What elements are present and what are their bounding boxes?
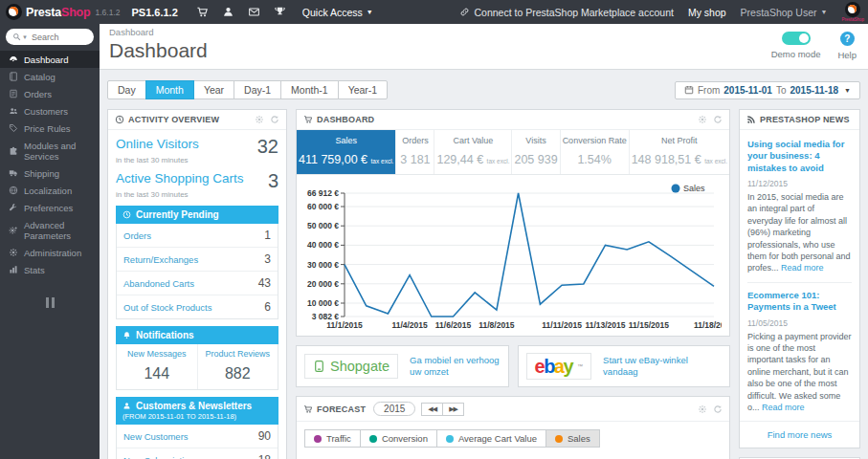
globe-icon: [9, 186, 18, 195]
range-year-1-button[interactable]: Year-1: [338, 80, 389, 99]
prestashop-logo[interactable]: PrestaShop 1.6.1.2: [0, 4, 125, 20]
svg-text:11/18/2015: 11/18/2015: [694, 320, 722, 330]
cart-notifications-icon[interactable]: [189, 6, 215, 18]
truck-icon: [9, 168, 18, 178]
kpi-tab-orders[interactable]: Orders 3 181: [395, 130, 434, 174]
phone-icon: [313, 358, 325, 375]
breadcrumb[interactable]: Dashboard: [109, 27, 208, 37]
forecast-legend: Traffic Conversion Average Cart Value Sa…: [304, 429, 600, 448]
find-more-news-link[interactable]: Find more news: [740, 421, 859, 448]
caret-down-icon: ▼: [844, 87, 851, 94]
date-range-button[interactable]: From 2015-11-01 To 2015-11-18 ▼: [675, 81, 860, 99]
sales-dot-icon: [555, 435, 563, 443]
sidebar-menu: Dashboard Catalog Orders Customers Price…: [0, 51, 100, 278]
read-more-link[interactable]: Read more: [781, 263, 824, 273]
kpi-tab-conversion-rate[interactable]: Conversion Rate 1.54%: [560, 130, 629, 174]
brand-version: 1.6.1.2: [95, 8, 120, 17]
active-carts-stat[interactable]: Active Shopping Carts 3: [116, 171, 278, 190]
sidebar-collapse-button[interactable]: [42, 294, 58, 312]
customers-notifications-icon[interactable]: [215, 6, 241, 18]
panel-settings-icon[interactable]: [698, 115, 707, 124]
svg-text:20 000 €: 20 000 €: [307, 279, 339, 289]
panel-refresh-icon[interactable]: [713, 404, 723, 414]
help-icon[interactable]: ?: [840, 32, 855, 46]
demo-mode-label: Demo mode: [771, 49, 821, 59]
panel-refresh-icon[interactable]: [713, 115, 723, 124]
read-more-link[interactable]: Read more: [762, 403, 805, 412]
sidebar-item-price-rules[interactable]: Price Rules: [0, 120, 100, 137]
new-messages-cell[interactable]: New Messages 144: [117, 344, 197, 389]
kpi-tabs: Sales 411 759,00 € tax excl. Orders 3 18…: [297, 130, 729, 175]
sidebar-item-dashboard[interactable]: Dashboard: [0, 51, 100, 68]
sidebar-item-orders[interactable]: Orders: [0, 85, 100, 102]
pending-orders-row[interactable]: Orders1: [117, 224, 278, 248]
help-control[interactable]: ? Help: [837, 32, 857, 60]
quick-access-menu[interactable]: Quick Access▼: [302, 7, 373, 18]
sidebar-item-advanced-parameters[interactable]: Advanced Parameters: [0, 216, 100, 244]
legend-traffic-button[interactable]: Traffic: [304, 429, 361, 448]
legend-conversion-button[interactable]: Conversion: [360, 429, 437, 448]
forecast-next-button[interactable]: ▶▶: [442, 403, 464, 416]
panel-settings-icon[interactable]: [698, 404, 707, 414]
sidebar-item-modules[interactable]: Modules and Services: [0, 137, 100, 164]
pending-out-of-stock-row[interactable]: Out of Stock Products6: [117, 295, 278, 318]
news-article-title[interactable]: Using social media for your business: 4 …: [747, 139, 852, 174]
range-month-button[interactable]: Month: [145, 80, 194, 99]
messages-notifications-icon[interactable]: [241, 6, 267, 18]
customers-newsletters-list: New Customers90 New Subscriptions18 Tota…: [116, 425, 278, 459]
new-subscriptions-row[interactable]: New Subscriptions18: [117, 448, 278, 459]
news-article: Ecommerce 101: Payments in a Tweet 11/05…: [747, 283, 852, 422]
kpi-tab-net-profit[interactable]: Net Profit 148 918,51 € tax excl.: [629, 130, 729, 174]
cart-icon: [303, 115, 313, 124]
range-month-1-button[interactable]: Month-1: [280, 80, 339, 99]
kpi-tab-cart-value[interactable]: Cart Value 129,44 € tax excl.: [434, 130, 511, 174]
search-scope-selector[interactable]: ▼: [12, 33, 28, 41]
demo-mode-toggle[interactable]: [782, 32, 811, 45]
marketplace-link[interactable]: Connect to PrestaShop Marketplace accoun…: [459, 7, 674, 18]
online-visitors-stat[interactable]: Online Visitors 32: [116, 137, 278, 156]
sidebar: ▼ Dashboard Catalog Orders Customers Pri…: [0, 24, 100, 459]
sidebar-item-catalog[interactable]: Catalog: [0, 68, 100, 85]
currently-pending-header: Currently Pending: [116, 206, 278, 224]
user-menu[interactable]: PrestaShop User▼: [741, 7, 828, 18]
ebay-link[interactable]: Start uw eBay-winkel vandaag: [603, 355, 722, 378]
shopgate-link[interactable]: Ga mobiel en verhoog uw omzet: [410, 355, 500, 378]
sidebar-item-shipping[interactable]: Shipping: [0, 164, 100, 182]
range-day-button[interactable]: Day: [107, 80, 146, 99]
shopgate-logo[interactable]: Shopgate: [304, 354, 398, 379]
ebay-logo[interactable]: ebay™: [526, 353, 592, 380]
kpi-tab-sales[interactable]: Sales 411 759,00 € tax excl.: [297, 130, 395, 174]
pending-returns-row[interactable]: Return/Exchanges3: [117, 248, 278, 272]
svg-text:11/13/2015: 11/13/2015: [585, 320, 625, 330]
product-reviews-cell[interactable]: Product Reviews 882: [197, 344, 278, 389]
range-day-1-button[interactable]: Day-1: [234, 80, 281, 99]
panel-settings-icon[interactable]: [255, 115, 264, 124]
link-icon: [459, 7, 470, 17]
shopgate-banner: Shopgate Ga mobiel en verhoog uw omzet: [296, 345, 509, 387]
forecast-prev-button[interactable]: ◀◀: [421, 403, 443, 416]
shop-name-link[interactable]: PS1.6.1.2: [131, 7, 177, 18]
avatar[interactable]: PrestaShop: [841, 2, 864, 23]
fast-forward-icon: ▶▶: [449, 405, 457, 412]
kpi-tab-visits[interactable]: Visits 205 939: [511, 130, 559, 174]
range-year-button[interactable]: Year: [193, 80, 234, 99]
sidebar-item-localization[interactable]: Localization: [0, 182, 100, 199]
svg-text:60 000 €: 60 000 €: [307, 202, 339, 211]
legend-sales-button[interactable]: Sales: [545, 429, 600, 448]
badges-icon[interactable]: [267, 6, 293, 18]
my-shop-link[interactable]: My shop: [688, 7, 726, 18]
panel-refresh-icon[interactable]: [270, 115, 279, 124]
demo-mode-control[interactable]: Demo mode: [771, 32, 821, 59]
sidebar-item-preferences[interactable]: Preferences: [0, 199, 100, 216]
svg-text:11/15/2015: 11/15/2015: [629, 320, 669, 330]
book-icon: [9, 72, 18, 81]
person-icon: [122, 402, 131, 410]
sidebar-item-stats[interactable]: Stats: [0, 261, 100, 278]
sidebar-item-customers[interactable]: Customers: [0, 102, 100, 120]
news-article-title[interactable]: Ecommerce 101: Payments in a Tweet: [747, 290, 852, 314]
legend-average-cart-value-button[interactable]: Average Cart Value: [436, 429, 546, 448]
notifications-list: New Messages 144 Product Reviews 882: [116, 344, 278, 390]
new-customers-row[interactable]: New Customers90: [117, 425, 278, 448]
sidebar-item-administration[interactable]: Administration: [0, 244, 100, 261]
pending-abandoned-carts-row[interactable]: Abandoned Carts43: [117, 272, 278, 295]
